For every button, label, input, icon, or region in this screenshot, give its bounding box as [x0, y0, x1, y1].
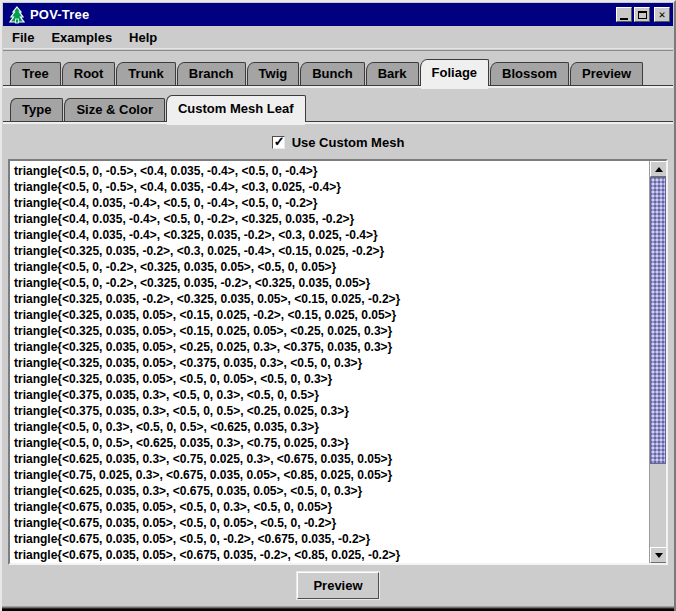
maximize-button[interactable] — [634, 7, 650, 22]
main-panel: TreeRootTrunkBranchTwigBunchBarkFoliageB… — [3, 50, 673, 567]
subtab-type[interactable]: Type — [10, 98, 63, 121]
mesh-line: triangle{<0.5, 0, -0.2>, <0.325, 0.035, … — [14, 259, 647, 275]
scroll-down-button[interactable] — [650, 547, 667, 563]
mesh-lines[interactable]: triangle{<0.5, 0, -0.5>, <0.4, 0.035, -0… — [10, 161, 647, 563]
menu-item-help[interactable]: Help — [129, 30, 157, 45]
main-tab-strip — [3, 85, 673, 88]
minimize-button[interactable] — [616, 7, 632, 22]
mesh-line: triangle{<0.5, 0, 0.5>, <0.625, 0.035, 0… — [14, 435, 647, 451]
tab-foliage[interactable]: Foliage — [420, 59, 490, 85]
foliage-sub-tab-bar: TypeSize & ColorCustom Mesh Leaf — [3, 95, 673, 121]
tab-blossom[interactable]: Blossom — [490, 62, 569, 85]
subtab-custom-mesh-leaf[interactable]: Custom Mesh Leaf — [166, 95, 306, 121]
tab-bunch[interactable]: Bunch — [300, 62, 364, 85]
titlebar[interactable]: POV-Tree ✕ — [3, 3, 673, 26]
mesh-line: triangle{<0.375, 0.035, 0.3>, <0.5, 0, 0… — [14, 403, 647, 419]
check-icon: ✓ — [274, 134, 285, 149]
mesh-line: triangle{<0.325, 0.035, 0.05>, <0.5, 0, … — [14, 371, 647, 387]
tab-trunk[interactable]: Trunk — [116, 62, 175, 85]
use-custom-mesh-label: Use Custom Mesh — [292, 135, 405, 150]
mesh-line: triangle{<0.4, 0.035, -0.4>, <0.325, 0.0… — [14, 227, 647, 243]
mesh-line: triangle{<0.5, 0, -0.2>, <0.325, 0.035, … — [14, 275, 647, 291]
tab-branch[interactable]: Branch — [177, 62, 246, 85]
mesh-line: triangle{<0.325, 0.035, 0.05>, <0.375, 0… — [14, 355, 647, 371]
mesh-line: triangle{<0.5, 0, 0.3>, <0.5, 0, 0.5>, <… — [14, 419, 647, 435]
scroll-up-button[interactable] — [650, 161, 667, 177]
use-custom-mesh-row: ✓ Use Custom Mesh — [3, 134, 673, 150]
mesh-text-area[interactable]: triangle{<0.5, 0, -0.5>, <0.4, 0.035, -0… — [8, 159, 668, 565]
mesh-line: triangle{<0.375, 0.035, 0.3>, <0.5, 0, 0… — [14, 387, 647, 403]
tab-preview[interactable]: Preview — [570, 62, 643, 85]
mesh-line: triangle{<0.675, 0.035, 0.05>, <0.5, 0, … — [14, 515, 647, 531]
mesh-line: triangle{<0.325, 0.035, -0.2>, <0.3, 0.0… — [14, 243, 647, 259]
application-window: POV-Tree ✕ FileExamplesHelp TreeRootTrun… — [0, 0, 676, 611]
mesh-line: triangle{<0.675, 0.035, 0.05>, <0.5, 0, … — [14, 531, 647, 547]
window-bottom-edge — [2, 605, 674, 611]
subtab-size-color[interactable]: Size & Color — [64, 98, 165, 121]
window-title: POV-Tree — [30, 7, 89, 22]
menubar: FileExamplesHelp — [3, 27, 673, 49]
mesh-line: triangle{<0.675, 0.035, 0.05>, <0.675, 0… — [14, 547, 647, 563]
mesh-line: triangle{<0.325, 0.035, -0.2>, <0.325, 0… — [14, 291, 647, 307]
mesh-line: triangle{<0.5, 0, -0.5>, <0.4, 0.035, -0… — [14, 179, 647, 195]
vertical-scrollbar[interactable] — [649, 161, 666, 563]
tab-bark[interactable]: Bark — [366, 62, 419, 85]
main-tab-bar: TreeRootTrunkBranchTwigBunchBarkFoliageB… — [3, 59, 673, 85]
arrow-down-icon — [655, 553, 663, 558]
close-icon: ✕ — [659, 9, 666, 20]
mesh-line: triangle{<0.325, 0.035, 0.05>, <0.25, 0.… — [14, 339, 647, 355]
menu-item-file[interactable]: File — [12, 30, 34, 45]
use-custom-mesh-checkbox[interactable]: ✓ — [272, 136, 285, 149]
minimize-icon — [620, 17, 628, 20]
tab-tree[interactable]: Tree — [10, 62, 61, 85]
mesh-line: triangle{<0.325, 0.035, 0.05>, <0.15, 0.… — [14, 307, 647, 323]
sub-tab-strip — [3, 121, 673, 124]
mesh-line: triangle{<0.4, 0.035, -0.4>, <0.5, 0, -0… — [14, 211, 647, 227]
mesh-line: triangle{<0.625, 0.035, 0.3>, <0.75, 0.0… — [14, 451, 647, 467]
scrollbar-thumb[interactable] — [650, 177, 666, 464]
mesh-line: triangle{<0.5, 0, -0.5>, <0.4, 0.035, -0… — [14, 163, 647, 179]
footer: Preview — [3, 567, 673, 603]
mesh-line: triangle{<0.4, 0.035, -0.4>, <0.5, 0, -0… — [14, 195, 647, 211]
mesh-line: triangle{<0.325, 0.035, 0.05>, <0.15, 0.… — [14, 323, 647, 339]
tree-icon — [8, 6, 26, 24]
tab-root[interactable]: Root — [62, 62, 116, 85]
mesh-line: triangle{<0.625, 0.035, 0.3>, <0.675, 0.… — [14, 483, 647, 499]
arrow-up-icon — [655, 167, 663, 172]
preview-button[interactable]: Preview — [297, 572, 379, 599]
mesh-line: triangle{<0.75, 0.025, 0.3>, <0.675, 0.0… — [14, 467, 647, 483]
maximize-icon — [638, 11, 647, 19]
tab-twig[interactable]: Twig — [247, 62, 300, 85]
close-button[interactable]: ✕ — [654, 7, 670, 22]
menu-item-examples[interactable]: Examples — [51, 30, 112, 45]
mesh-line: triangle{<0.675, 0.035, 0.05>, <0.5, 0, … — [14, 499, 647, 515]
